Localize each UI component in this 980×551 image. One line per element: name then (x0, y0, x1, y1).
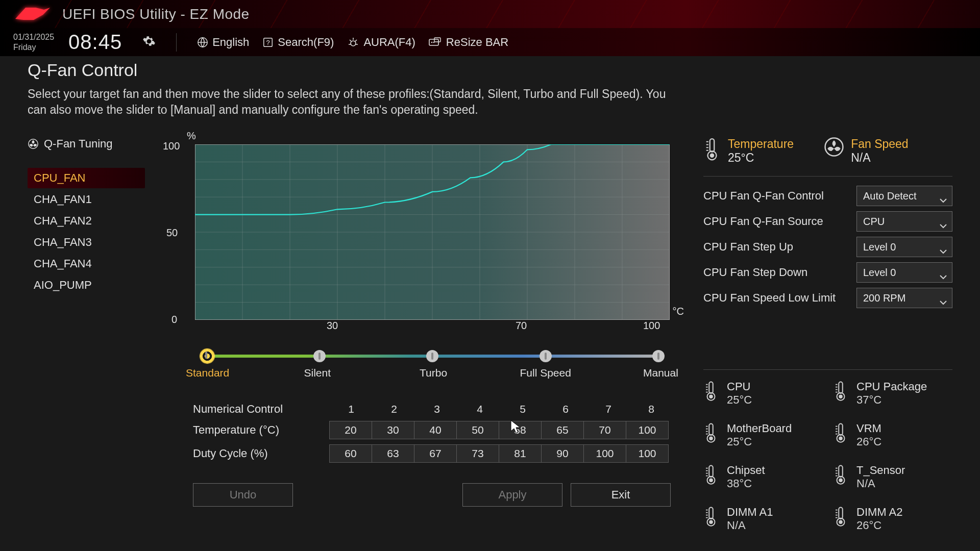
setting-row-3: CPU Fan Step DownLevel 0 (703, 262, 952, 283)
profile-stop-silent[interactable] (313, 350, 326, 362)
temperature-cell-1[interactable]: 20 (329, 421, 372, 439)
svg-point-6 (431, 41, 433, 43)
qfan-tuning-label: Q-Fan Tuning (44, 137, 113, 151)
duty-cell-6[interactable]: 90 (541, 444, 584, 463)
svg-rect-44 (709, 466, 713, 478)
setting-select-1[interactable]: CPU (856, 211, 952, 232)
fan-curve-chart[interactable]: % 100 50 0 °C 30 70 100 (155, 137, 681, 341)
sensor-value: 26°C (856, 435, 881, 448)
duty-cell-4[interactable]: 73 (456, 444, 499, 463)
setting-select-4[interactable]: 200 RPM (856, 288, 952, 308)
thermometer-icon (833, 464, 848, 485)
numerical-control-title: Numerical Control (193, 403, 330, 416)
exit-button[interactable]: Exit (571, 483, 671, 507)
day-text: Friday (13, 42, 54, 52)
profile-slider[interactable]: StandardSilentTurboFull SpeedManual (155, 346, 681, 382)
undo-button[interactable]: Undo (193, 483, 293, 507)
duty-cell-2[interactable]: 63 (372, 444, 414, 463)
profile-stop-full-speed[interactable] (540, 350, 552, 362)
tuning-icon (28, 138, 39, 149)
sensor-name: DIMM A2 (856, 506, 902, 519)
x-tick-100: 100 (643, 320, 660, 332)
sensor-value: N/A (856, 477, 905, 490)
x-axis-unit: °C (673, 306, 684, 317)
chart-canvas (195, 144, 670, 320)
setting-row-2: CPU Fan Step UpLevel 0 (703, 237, 952, 257)
num-col-4: 4 (458, 403, 501, 415)
setting-row-1: CPU Fan Q-Fan SourceCPU (703, 211, 952, 232)
resize-bar-icon (429, 37, 442, 47)
qfan-tuning-button[interactable]: Q-Fan Tuning (28, 137, 145, 151)
profile-stop-turbo[interactable] (426, 350, 438, 362)
chevron-down-icon (940, 219, 947, 231)
fan-tab-cha-fan4[interactable]: CHA_FAN4 (28, 254, 145, 274)
duty-cell-1[interactable]: 60 (329, 444, 372, 463)
svg-rect-47 (839, 466, 843, 478)
svg-point-30 (710, 154, 715, 158)
thermometer-icon (703, 464, 719, 485)
profile-label-turbo: Turbo (420, 367, 447, 379)
sensor-value: 25°C (727, 435, 792, 448)
duty-cell-8[interactable]: 100 (626, 444, 669, 463)
date-text: 01/31/2025 (13, 32, 54, 42)
svg-point-46 (709, 479, 713, 483)
status-temperature-label: Temperature (728, 137, 794, 151)
num-col-2: 2 (373, 403, 415, 415)
svg-rect-5 (434, 38, 440, 42)
duty-cell-3[interactable]: 67 (414, 444, 457, 463)
chevron-down-icon (940, 270, 947, 282)
banner-top: UEFI BIOS Utility - EZ Mode (0, 0, 980, 28)
fan-tab-cpu-fan[interactable]: CPU_FAN (28, 168, 145, 188)
temperature-cell-2[interactable]: 30 (372, 421, 414, 439)
setting-select-0[interactable]: Auto Detect (856, 186, 952, 206)
num-col-6: 6 (544, 403, 587, 415)
duty-cell-7[interactable]: 100 (583, 444, 626, 463)
status-temperature: Temperature 25°C (703, 137, 794, 165)
sensor-chipset: Chipset38°C (703, 464, 823, 490)
profile-label-manual: Manual (643, 367, 678, 379)
globe-icon (197, 37, 208, 48)
chevron-down-icon (940, 194, 947, 206)
setting-label-3: CPU Fan Step Down (703, 266, 856, 279)
setting-label-4: CPU Fan Speed Low Limit (703, 291, 856, 305)
fan-tab-cha-fan3[interactable]: CHA_FAN3 (28, 232, 145, 253)
status-fanspeed-value: N/A (851, 151, 909, 165)
aura-button[interactable]: AURA(F4) (347, 36, 415, 49)
fan-tab-cha-fan2[interactable]: CHA_FAN2 (28, 211, 145, 231)
profile-stop-standard[interactable] (200, 349, 214, 363)
help-icon: ? (262, 37, 274, 48)
profile-label-silent: Silent (304, 367, 331, 379)
svg-point-49 (839, 479, 843, 483)
sensor-value: 26°C (856, 519, 902, 532)
setting-select-2[interactable]: Level 0 (856, 237, 952, 257)
settings-gear-icon[interactable] (142, 35, 156, 50)
temperature-cell-8[interactable]: 100 (626, 421, 669, 439)
num-col-1: 1 (330, 403, 373, 415)
search-button[interactable]: ? Search(F9) (262, 36, 334, 49)
y-tick-0: 0 (172, 314, 177, 325)
language-button[interactable]: English (197, 36, 249, 49)
fan-tab-cha-fan1[interactable]: CHA_FAN1 (28, 189, 145, 210)
sensor-cpu-package: CPU Package37°C (833, 380, 952, 407)
temperature-cell-7[interactable]: 70 (583, 421, 626, 439)
setting-value-4: 200 RPM (863, 292, 905, 304)
action-buttons: Undo Apply Exit (155, 483, 681, 507)
aura-label: AURA(F4) (363, 36, 415, 49)
temperature-cell-6[interactable]: 65 (541, 421, 584, 439)
resize-bar-button[interactable]: ReSize BAR (429, 36, 508, 49)
temperature-cell-3[interactable]: 40 (414, 421, 457, 439)
apply-button[interactable]: Apply (462, 483, 562, 507)
setting-value-0: Auto Detect (863, 190, 917, 202)
thermometer-icon (833, 380, 848, 402)
fan-tab-aio-pump[interactable]: AIO_PUMP (28, 275, 145, 295)
separator (703, 176, 952, 177)
sensor-name: MotherBoard (727, 422, 792, 435)
duty-cell-5[interactable]: 81 (499, 444, 542, 463)
profile-stop-manual[interactable] (652, 350, 665, 362)
chevron-down-icon (940, 296, 947, 308)
temperature-cell-5[interactable]: 58 (499, 421, 542, 439)
svg-point-3 (351, 41, 356, 46)
setting-select-3[interactable]: Level 0 (856, 262, 952, 283)
sensor-dimm-a2: DIMM A226°C (833, 506, 952, 532)
temperature-cell-4[interactable]: 50 (456, 421, 499, 439)
